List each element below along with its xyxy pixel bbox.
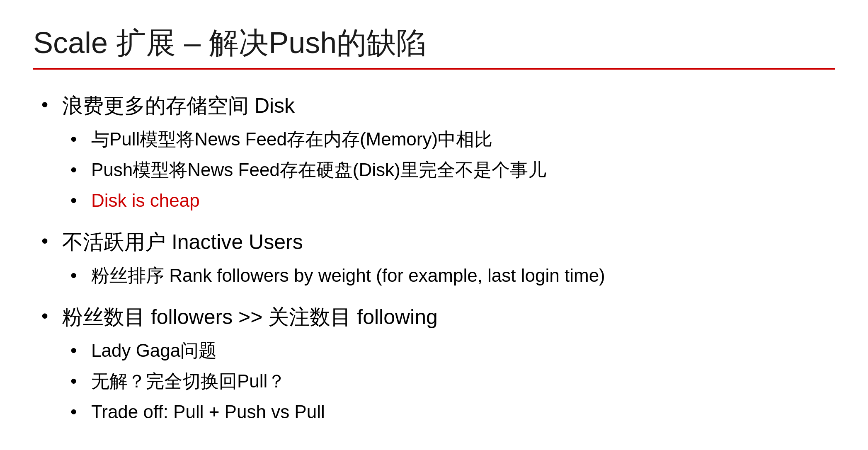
list-item: 粉丝排序 Rank followers by weight (for examp… [62, 262, 835, 289]
followers-sublist: Lady Gaga问题 无解？完全切换回Pull？ Trade off: Pul… [62, 337, 835, 426]
section-disk-label: 浪费更多的存储空间 Disk [62, 94, 295, 117]
item-disk-cheap-text: Disk is cheap [91, 190, 200, 210]
slide-content: 浪费更多的存储空间 Disk 与Pull模型将News Feed存在内存(Mem… [33, 90, 835, 426]
main-list: 浪费更多的存储空间 Disk 与Pull模型将News Feed存在内存(Mem… [33, 90, 835, 426]
list-item: Push模型将News Feed存在硬盘(Disk)里完全不是个事儿 [62, 156, 835, 184]
item-rank-followers-text: 粉丝排序 Rank followers by weight (for examp… [91, 265, 605, 285]
inactive-sublist: 粉丝排序 Rank followers by weight (for examp… [62, 262, 835, 289]
section-disk-item: 浪费更多的存储空间 Disk 与Pull模型将News Feed存在内存(Mem… [33, 90, 835, 214]
item-pull-memory-text: 与Pull模型将News Feed存在内存(Memory)中相比 [91, 129, 492, 149]
item-lady-gaga-text: Lady Gaga问题 [91, 340, 217, 360]
list-item: Disk is cheap [62, 187, 835, 214]
list-item: 与Pull模型将News Feed存在内存(Memory)中相比 [62, 126, 835, 153]
list-item: Trade off: Pull + Push vs Pull [62, 398, 835, 426]
section-followers-label: 粉丝数目 followers >> 关注数目 following [62, 305, 438, 329]
item-no-solution-text: 无解？完全切换回Pull？ [91, 371, 286, 391]
section-inactive-item: 不活跃用户 Inactive Users 粉丝排序 Rank followers… [33, 227, 835, 289]
disk-sublist: 与Pull模型将News Feed存在内存(Memory)中相比 Push模型将… [62, 126, 835, 214]
item-push-disk-text: Push模型将News Feed存在硬盘(Disk)里完全不是个事儿 [91, 160, 546, 180]
title-divider [33, 68, 835, 70]
slide-title: Scale 扩展 – 解决Push的缺陷 [33, 25, 835, 60]
section-inactive-label: 不活跃用户 Inactive Users [62, 230, 303, 254]
list-item: 无解？完全切换回Pull？ [62, 368, 835, 395]
item-trade-off-text: Trade off: Pull + Push vs Pull [91, 402, 325, 422]
list-item: Lady Gaga问题 [62, 337, 835, 364]
section-followers-item: 粉丝数目 followers >> 关注数目 following Lady Ga… [33, 302, 835, 426]
